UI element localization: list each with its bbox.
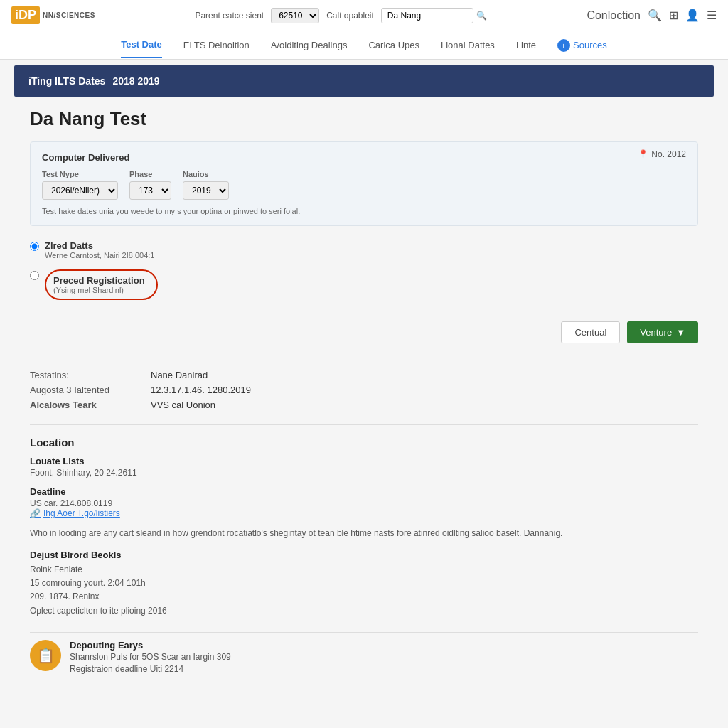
- venue-block: Louate Lists Foont, Shinhary, 20 24.2611: [30, 456, 698, 478]
- venue-address: Foont, Shinhary, 20 24.2611: [30, 468, 698, 478]
- default-book-title: Dejust Blrord Beokls: [30, 550, 698, 560]
- book-line-1: 15 comrouing yourt. 2:04 101h: [30, 577, 698, 590]
- info-text: Who in looding are any cart sleand in ho…: [30, 527, 698, 540]
- test-detail-label-2: Alcalows Teark: [30, 400, 144, 410]
- filter-note: Test hake dates unia you weede to my s y…: [42, 207, 686, 215]
- reg-radio-zired[interactable]: [30, 242, 39, 251]
- divider-2: [30, 424, 698, 425]
- grid-icon[interactable]: ⊞: [669, 9, 678, 22]
- chevron-down-icon: ▼: [676, 327, 685, 338]
- city-label: Calt opableit: [326, 11, 374, 21]
- pin-icon: 📍: [638, 149, 648, 159]
- page-title: Da Nang Test: [30, 108, 698, 130]
- computer-delivered-label: Computer Delivered: [42, 152, 686, 163]
- test-detail-label-0: Testatlns:: [30, 370, 144, 380]
- reg-option-preced-sub: (Ysing mel Shardinl): [53, 286, 145, 294]
- reg-option-zired-text: Zlred Datts Werne Carntost, Nairi 2I8.00…: [45, 240, 154, 259]
- search-area: 🔍: [381, 8, 487, 23]
- test-detail-row-0: Testatlns: Nane Danirad: [30, 370, 698, 380]
- connection-label[interactable]: Conloction: [587, 9, 641, 22]
- location-badge: 📍 No. 2012: [638, 149, 686, 159]
- default-book-info: Roink Fenlate 15 comrouing yourt. 2:04 1…: [30, 563, 698, 618]
- banner-year: 2018 2019: [112, 75, 159, 87]
- book-line-2: 209. 1874. Reninx: [30, 590, 698, 604]
- number-col: Nauios 2019: [183, 170, 229, 200]
- location-badge-text: No. 2012: [651, 149, 686, 159]
- menu-icon[interactable]: ☰: [707, 9, 717, 22]
- nav-carica[interactable]: Carica Upes: [368, 33, 419, 58]
- preced-circle-annotation: Preced Registication (Ysing mel Shardinl…: [45, 269, 158, 300]
- book-line-0: Roink Fenlate: [30, 563, 698, 577]
- notice-icon: 📋: [30, 640, 61, 671]
- reg-link-text: Ihg Aoer T.go/listiers: [43, 508, 120, 518]
- nav-linte[interactable]: Linte: [516, 33, 536, 58]
- test-type-col: Test Nype 2026i/eNiler): [42, 170, 118, 200]
- deadline-title: Deatline: [30, 486, 698, 497]
- registration-section: Zlred Datts Werne Carntost, Nairi 2I8.00…: [30, 240, 698, 310]
- user-icon[interactable]: 👤: [685, 9, 700, 22]
- notice-content: Depouting Earys Shanrslon Puls for 5OS S…: [70, 640, 231, 674]
- reg-option-zired-sub: Werne Carntost, Nairi 2I8.004:1: [45, 251, 154, 259]
- info-circle-icon: i: [557, 39, 570, 52]
- search-icon-top[interactable]: 🔍: [648, 9, 662, 22]
- nav-elts[interactable]: ELTS Deinoltion: [183, 33, 250, 58]
- banner-wrapper: iTing ILTS Dates 2018 2019: [0, 60, 728, 97]
- deadline-value: US car. 214.808.0119: [30, 498, 698, 508]
- default-book-section: Dejust Blrord Beokls Roink Fenlate 15 co…: [30, 550, 698, 618]
- nav-dealings[interactable]: A/olditing Dealings: [271, 33, 348, 58]
- test-details: Testatlns: Nane Danirad Augosta 3 Ialten…: [30, 370, 698, 410]
- filter-card: Computer Delivered 📍 No. 2012 Test Nype …: [30, 141, 698, 226]
- reg-radio-preced[interactable]: [30, 271, 39, 280]
- test-detail-row-1: Augosta 3 Ialtented 12.3.17.1.46. 1280.2…: [30, 385, 698, 395]
- test-detail-row-2: Alcalows Teark VVS cal Uonion: [30, 400, 698, 410]
- number-select[interactable]: 2019: [183, 181, 229, 200]
- venue-name: Louate Lists: [30, 456, 698, 466]
- deadline-section: Deatline US car. 214.808.0119 🔗 Ihg Aoer…: [30, 486, 698, 518]
- nav-sources[interactable]: i Sources: [557, 32, 607, 59]
- reg-option-zired-label: Zlred Datts: [45, 240, 154, 251]
- continue-button[interactable]: Venture ▼: [627, 321, 698, 343]
- test-detail-value-2: VVS cal Uonion: [151, 400, 215, 410]
- test-detail-value-1: 12.3.17.1.46. 1280.2019: [151, 385, 251, 395]
- button-row: Centual Venture ▼: [30, 321, 698, 343]
- notice-icon-symbol: 📋: [37, 647, 55, 664]
- location-title: Location: [30, 437, 698, 449]
- nav-bar: Test Date ELTS Deinoltion A/olditing Dea…: [0, 31, 728, 60]
- book-line-3: Oplect capeticlten to ite plioing 2016: [30, 604, 698, 618]
- number-label: Nauios: [183, 170, 229, 178]
- main-content: Da Nang Test Computer Delivered 📍 No. 20…: [16, 97, 712, 692]
- top-icons: Conloction 🔍 ⊞ 👤 ☰: [587, 9, 717, 22]
- continue-button-label: Venture: [640, 327, 672, 338]
- logo-area: iDP NN/SCIENCES: [11, 6, 95, 24]
- parent-label: Parent eatce sient: [195, 11, 264, 21]
- notice-card: 📋 Depouting Earys Shanrslon Puls for 5OS…: [30, 632, 698, 681]
- parent-select[interactable]: 62510: [271, 8, 319, 23]
- registration-link[interactable]: 🔗 Ihg Aoer T.go/listiers: [30, 508, 698, 518]
- notice-title: Depouting Earys: [70, 640, 231, 651]
- nav-llonal[interactable]: Llonal Dattes: [441, 33, 495, 58]
- test-type-label: Test Nype: [42, 170, 118, 178]
- location-section: Location Louate Lists Foont, Shinhary, 2…: [30, 437, 698, 518]
- logo-idp: iDP: [15, 8, 36, 22]
- banner: iTing ILTS Dates 2018 2019: [14, 65, 714, 97]
- reg-option-preced: Preced Registication (Ysing mel Shardinl…: [30, 269, 158, 300]
- test-detail-label-1: Augosta 3 Ialtented: [30, 385, 144, 395]
- notice-sub: Registraion deadline Uiti 2214: [70, 664, 231, 674]
- logo-sub: NN/SCIENCES: [43, 11, 95, 19]
- search-icon[interactable]: 🔍: [476, 11, 487, 21]
- phase-label: Phase: [129, 170, 171, 178]
- city-search-input[interactable]: [381, 8, 473, 23]
- test-detail-value-0: Nane Danirad: [151, 370, 208, 380]
- banner-text: iTing ILTS Dates: [28, 75, 105, 87]
- link-icon: 🔗: [30, 508, 41, 518]
- nav-sources-label: Sources: [573, 40, 607, 50]
- reg-option-zired: Zlred Datts Werne Carntost, Nairi 2I8.00…: [30, 240, 698, 259]
- divider-1: [30, 355, 698, 355]
- top-bar: iDP NN/SCIENCES Parent eatce sient 62510…: [0, 0, 728, 31]
- cancel-button[interactable]: Centual: [561, 321, 620, 343]
- test-type-select[interactable]: 2026i/eNiler): [42, 181, 118, 200]
- phase-select[interactable]: 173: [129, 181, 171, 200]
- filter-row: Test Nype 2026i/eNiler) Phase 173 Nauios…: [42, 170, 686, 200]
- logo-box: iDP: [11, 6, 40, 24]
- nav-test-date[interactable]: Test Date: [121, 32, 162, 58]
